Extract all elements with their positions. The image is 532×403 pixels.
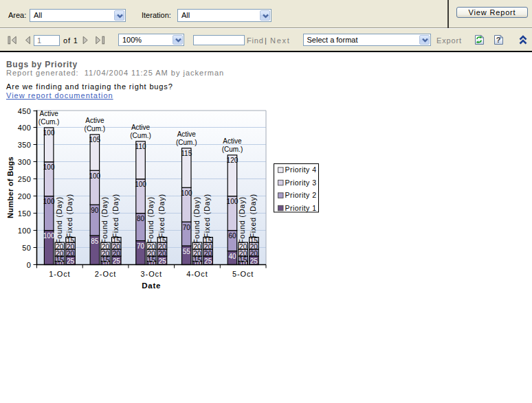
svg-text:25: 25 bbox=[67, 257, 75, 265]
svg-text:Fixed (Day): Fixed (Day) bbox=[111, 194, 120, 238]
svg-text:100: 100 bbox=[18, 227, 32, 235]
svg-text:55: 55 bbox=[183, 248, 191, 255]
svg-text:Date: Date bbox=[142, 281, 161, 290]
svg-text:Active: Active bbox=[177, 130, 197, 138]
svg-text:Priority 4: Priority 4 bbox=[285, 165, 317, 174]
svg-text:20: 20 bbox=[113, 250, 121, 257]
svg-text:20: 20 bbox=[158, 250, 166, 257]
svg-text:20: 20 bbox=[102, 250, 110, 257]
svg-text:0: 0 bbox=[27, 261, 32, 269]
svg-text:90: 90 bbox=[91, 207, 99, 214]
svg-text:Found (Day): Found (Day) bbox=[238, 196, 246, 244]
svg-text:1-Oct: 1-Oct bbox=[49, 270, 70, 278]
svg-text:85: 85 bbox=[91, 238, 99, 245]
svg-text:Active: Active bbox=[223, 137, 242, 145]
svg-text:70: 70 bbox=[183, 224, 191, 231]
svg-text:4-Oct: 4-Oct bbox=[186, 270, 208, 278]
svg-text:70: 70 bbox=[137, 242, 145, 250]
svg-text:Active: Active bbox=[40, 110, 59, 117]
svg-text:100: 100 bbox=[43, 129, 55, 137]
svg-text:Priority 2: Priority 2 bbox=[285, 191, 317, 199]
svg-text:Found (Day): Found (Day) bbox=[192, 196, 201, 244]
svg-text:20: 20 bbox=[193, 250, 201, 257]
svg-text:100: 100 bbox=[181, 189, 192, 197]
svg-text:120: 120 bbox=[227, 157, 239, 164]
svg-text:20: 20 bbox=[250, 250, 258, 257]
svg-text:Number of Bugs: Number of Bugs bbox=[6, 157, 14, 218]
svg-text:Priority 1: Priority 1 bbox=[285, 204, 317, 212]
svg-text:25: 25 bbox=[250, 257, 258, 265]
svg-text:60: 60 bbox=[228, 232, 236, 240]
svg-text:150: 150 bbox=[18, 209, 32, 218]
svg-text:2-Oct: 2-Oct bbox=[95, 270, 116, 278]
svg-text:100: 100 bbox=[43, 163, 55, 171]
svg-text:?: ? bbox=[496, 36, 501, 44]
svg-text:Found (Day): Found (Day) bbox=[55, 196, 63, 244]
svg-text:Fixed (Day): Fixed (Day) bbox=[203, 194, 211, 238]
svg-text:(Cum.): (Cum.) bbox=[176, 139, 197, 146]
svg-text:Active: Active bbox=[131, 124, 151, 131]
svg-text:20: 20 bbox=[56, 250, 64, 257]
svg-text:350: 350 bbox=[18, 141, 32, 149]
svg-text:200: 200 bbox=[18, 192, 32, 200]
svg-text:110: 110 bbox=[135, 143, 146, 150]
svg-text:20: 20 bbox=[204, 250, 212, 257]
svg-text:105: 105 bbox=[89, 136, 101, 143]
svg-text:20: 20 bbox=[148, 250, 156, 257]
svg-text:25: 25 bbox=[158, 257, 166, 265]
svg-text:(Cum.): (Cum.) bbox=[38, 118, 60, 126]
svg-text:Fixed (Day): Fixed (Day) bbox=[249, 194, 257, 238]
svg-text:100: 100 bbox=[135, 181, 146, 188]
svg-text:25: 25 bbox=[113, 257, 121, 265]
svg-text:300: 300 bbox=[18, 158, 32, 166]
svg-text:Priority 3: Priority 3 bbox=[285, 179, 317, 187]
svg-text:100: 100 bbox=[89, 172, 101, 180]
svg-text:400: 400 bbox=[18, 124, 32, 132]
svg-text:20: 20 bbox=[239, 250, 247, 257]
svg-text:(Cum.): (Cum.) bbox=[222, 146, 243, 153]
svg-text:25: 25 bbox=[204, 257, 212, 265]
svg-text:(Cum.): (Cum.) bbox=[85, 125, 106, 133]
svg-text:50: 50 bbox=[22, 244, 31, 252]
svg-text:100: 100 bbox=[227, 198, 239, 205]
svg-text:250: 250 bbox=[18, 175, 32, 183]
svg-text:Found (Day): Found (Day) bbox=[100, 196, 109, 244]
svg-text:40: 40 bbox=[228, 253, 236, 260]
svg-text:450: 450 bbox=[18, 107, 32, 115]
svg-text:80: 80 bbox=[137, 215, 145, 222]
svg-text:Fixed (Day): Fixed (Day) bbox=[65, 194, 74, 238]
svg-text:Fixed (Day): Fixed (Day) bbox=[157, 194, 166, 238]
svg-text:115: 115 bbox=[181, 150, 192, 157]
svg-text:20: 20 bbox=[67, 250, 75, 257]
svg-text:Found (Day): Found (Day) bbox=[146, 196, 155, 244]
svg-text:5-Oct: 5-Oct bbox=[232, 270, 254, 278]
svg-text:3-Oct: 3-Oct bbox=[141, 270, 162, 278]
svg-text:100: 100 bbox=[43, 232, 55, 240]
svg-text:100: 100 bbox=[43, 198, 55, 205]
svg-text:Active: Active bbox=[85, 117, 104, 124]
svg-text:(Cum.): (Cum.) bbox=[130, 132, 151, 139]
